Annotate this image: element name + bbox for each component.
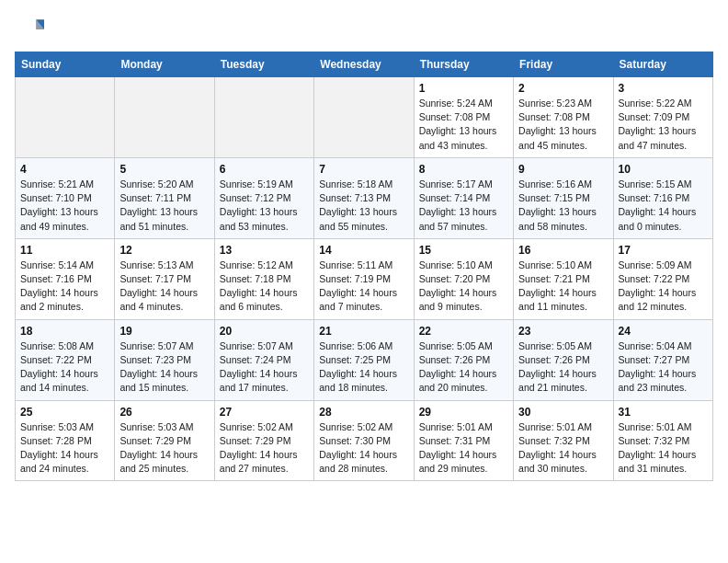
day-number: 28 <box>319 406 408 419</box>
day-info: Sunrise: 5:14 AM Sunset: 7:16 PM Dayligh… <box>20 259 109 315</box>
day-number: 15 <box>419 244 508 257</box>
day-number: 14 <box>319 244 408 257</box>
week-row-4: 18Sunrise: 5:08 AM Sunset: 7:22 PM Dayli… <box>16 319 713 400</box>
day-cell: 11Sunrise: 5:14 AM Sunset: 7:16 PM Dayli… <box>16 238 115 319</box>
col-header-tuesday: Tuesday <box>214 52 313 77</box>
day-cell: 22Sunrise: 5:05 AM Sunset: 7:26 PM Dayli… <box>414 319 513 400</box>
day-info: Sunrise: 5:08 AM Sunset: 7:22 PM Dayligh… <box>20 339 109 396</box>
day-cell <box>16 77 115 158</box>
day-number: 24 <box>619 325 708 338</box>
day-info: Sunrise: 5:12 AM Sunset: 7:18 PM Dayligh… <box>220 259 309 315</box>
day-info: Sunrise: 5:10 AM Sunset: 7:21 PM Dayligh… <box>518 259 608 315</box>
day-number: 23 <box>518 325 608 338</box>
day-cell: 24Sunrise: 5:04 AM Sunset: 7:27 PM Dayli… <box>613 319 712 400</box>
day-info: Sunrise: 5:10 AM Sunset: 7:20 PM Dayligh… <box>419 259 508 315</box>
day-number: 27 <box>220 406 309 419</box>
day-number: 4 <box>20 163 109 176</box>
day-number: 6 <box>220 163 309 176</box>
col-header-wednesday: Wednesday <box>314 52 414 77</box>
day-number: 12 <box>119 244 209 257</box>
day-number: 21 <box>319 325 408 338</box>
day-cell: 28Sunrise: 5:02 AM Sunset: 7:30 PM Dayli… <box>314 400 414 481</box>
day-number: 10 <box>619 163 708 176</box>
day-cell <box>115 77 214 158</box>
calendar-table: SundayMondayTuesdayWednesdayThursdayFrid… <box>15 52 713 481</box>
day-cell: 3Sunrise: 5:22 AM Sunset: 7:09 PM Daylig… <box>613 77 712 158</box>
day-info: Sunrise: 5:16 AM Sunset: 7:15 PM Dayligh… <box>518 178 608 234</box>
day-info: Sunrise: 5:17 AM Sunset: 7:14 PM Dayligh… <box>419 178 508 234</box>
day-info: Sunrise: 5:11 AM Sunset: 7:19 PM Dayligh… <box>319 259 408 315</box>
col-header-saturday: Saturday <box>613 52 712 77</box>
day-cell: 26Sunrise: 5:03 AM Sunset: 7:29 PM Dayli… <box>115 400 214 481</box>
day-cell: 15Sunrise: 5:10 AM Sunset: 7:20 PM Dayli… <box>414 238 513 319</box>
day-info: Sunrise: 5:19 AM Sunset: 7:12 PM Dayligh… <box>220 178 309 234</box>
day-number: 3 <box>619 82 708 95</box>
week-row-5: 25Sunrise: 5:03 AM Sunset: 7:28 PM Dayli… <box>16 400 713 481</box>
day-cell: 4Sunrise: 5:21 AM Sunset: 7:10 PM Daylig… <box>16 157 115 238</box>
day-number: 1 <box>419 82 508 95</box>
day-cell: 10Sunrise: 5:15 AM Sunset: 7:16 PM Dayli… <box>613 157 712 238</box>
day-number: 5 <box>119 163 209 176</box>
day-info: Sunrise: 5:07 AM Sunset: 7:24 PM Dayligh… <box>220 339 309 396</box>
col-header-monday: Monday <box>115 52 214 77</box>
day-number: 18 <box>20 325 109 338</box>
day-number: 8 <box>419 163 508 176</box>
day-info: Sunrise: 5:18 AM Sunset: 7:13 PM Dayligh… <box>319 178 408 234</box>
week-row-1: 1Sunrise: 5:24 AM Sunset: 7:08 PM Daylig… <box>16 77 713 158</box>
day-cell: 12Sunrise: 5:13 AM Sunset: 7:17 PM Dayli… <box>115 238 214 319</box>
week-row-3: 11Sunrise: 5:14 AM Sunset: 7:16 PM Dayli… <box>16 238 713 319</box>
day-cell: 23Sunrise: 5:05 AM Sunset: 7:26 PM Dayli… <box>514 319 613 400</box>
day-info: Sunrise: 5:01 AM Sunset: 7:32 PM Dayligh… <box>619 420 708 477</box>
day-info: Sunrise: 5:09 AM Sunset: 7:22 PM Dayligh… <box>619 259 708 315</box>
day-number: 13 <box>220 244 309 257</box>
day-cell: 9Sunrise: 5:16 AM Sunset: 7:15 PM Daylig… <box>514 157 613 238</box>
day-cell: 29Sunrise: 5:01 AM Sunset: 7:31 PM Dayli… <box>414 400 513 481</box>
day-cell <box>314 77 414 158</box>
day-info: Sunrise: 5:21 AM Sunset: 7:10 PM Dayligh… <box>20 178 109 234</box>
day-number: 9 <box>518 163 608 176</box>
day-info: Sunrise: 5:06 AM Sunset: 7:25 PM Dayligh… <box>319 339 408 396</box>
day-number: 29 <box>419 406 508 419</box>
day-number: 11 <box>20 244 109 257</box>
day-number: 30 <box>518 406 608 419</box>
page-header <box>15 15 713 44</box>
day-number: 7 <box>319 163 408 176</box>
logo <box>15 15 48 44</box>
col-header-friday: Friday <box>514 52 613 77</box>
day-info: Sunrise: 5:13 AM Sunset: 7:17 PM Dayligh… <box>119 259 209 315</box>
day-info: Sunrise: 5:03 AM Sunset: 7:29 PM Dayligh… <box>119 420 209 477</box>
logo-icon <box>15 15 44 44</box>
day-cell: 1Sunrise: 5:24 AM Sunset: 7:08 PM Daylig… <box>414 77 513 158</box>
day-number: 17 <box>619 244 708 257</box>
day-info: Sunrise: 5:07 AM Sunset: 7:23 PM Dayligh… <box>119 339 209 396</box>
day-cell: 13Sunrise: 5:12 AM Sunset: 7:18 PM Dayli… <box>214 238 313 319</box>
col-header-sunday: Sunday <box>16 52 115 77</box>
day-cell: 14Sunrise: 5:11 AM Sunset: 7:19 PM Dayli… <box>314 238 414 319</box>
day-cell: 2Sunrise: 5:23 AM Sunset: 7:08 PM Daylig… <box>514 77 613 158</box>
day-info: Sunrise: 5:24 AM Sunset: 7:08 PM Dayligh… <box>419 97 508 153</box>
day-info: Sunrise: 5:01 AM Sunset: 7:32 PM Dayligh… <box>518 420 608 477</box>
day-cell <box>214 77 313 158</box>
day-number: 16 <box>518 244 608 257</box>
day-cell: 8Sunrise: 5:17 AM Sunset: 7:14 PM Daylig… <box>414 157 513 238</box>
day-cell: 16Sunrise: 5:10 AM Sunset: 7:21 PM Dayli… <box>514 238 613 319</box>
day-info: Sunrise: 5:02 AM Sunset: 7:29 PM Dayligh… <box>220 420 309 477</box>
day-info: Sunrise: 5:03 AM Sunset: 7:28 PM Dayligh… <box>20 420 109 477</box>
day-info: Sunrise: 5:23 AM Sunset: 7:08 PM Dayligh… <box>518 97 608 153</box>
day-cell: 19Sunrise: 5:07 AM Sunset: 7:23 PM Dayli… <box>115 319 214 400</box>
day-info: Sunrise: 5:05 AM Sunset: 7:26 PM Dayligh… <box>518 339 608 396</box>
day-info: Sunrise: 5:05 AM Sunset: 7:26 PM Dayligh… <box>419 339 508 396</box>
day-number: 19 <box>119 325 209 338</box>
week-row-2: 4Sunrise: 5:21 AM Sunset: 7:10 PM Daylig… <box>16 157 713 238</box>
day-cell: 5Sunrise: 5:20 AM Sunset: 7:11 PM Daylig… <box>115 157 214 238</box>
day-cell: 18Sunrise: 5:08 AM Sunset: 7:22 PM Dayli… <box>16 319 115 400</box>
day-number: 20 <box>220 325 309 338</box>
day-number: 26 <box>119 406 209 419</box>
header-row: SundayMondayTuesdayWednesdayThursdayFrid… <box>16 52 713 77</box>
day-info: Sunrise: 5:01 AM Sunset: 7:31 PM Dayligh… <box>419 420 508 477</box>
col-header-thursday: Thursday <box>414 52 513 77</box>
day-cell: 25Sunrise: 5:03 AM Sunset: 7:28 PM Dayli… <box>16 400 115 481</box>
day-cell: 7Sunrise: 5:18 AM Sunset: 7:13 PM Daylig… <box>314 157 414 238</box>
day-info: Sunrise: 5:20 AM Sunset: 7:11 PM Dayligh… <box>119 178 209 234</box>
day-number: 2 <box>518 82 608 95</box>
